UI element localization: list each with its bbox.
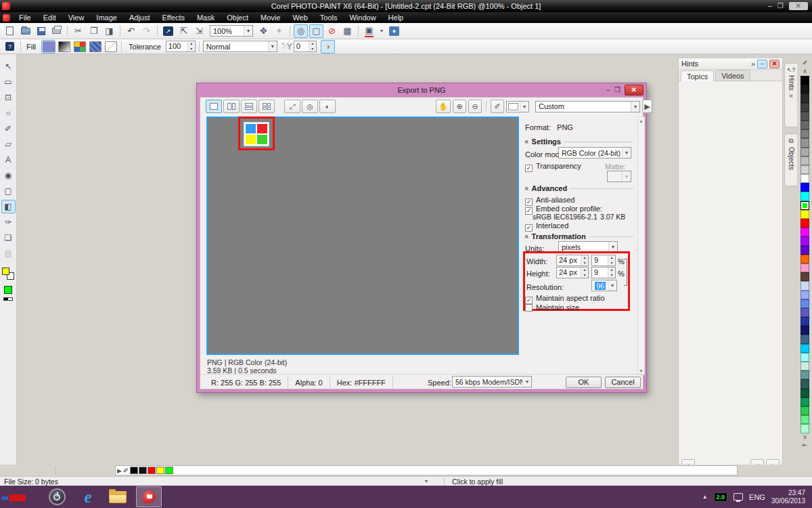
tray-language[interactable]: ENG [749,493,765,501]
menu-mask[interactable]: Mask [191,12,221,23]
eyedropper-tool-icon[interactable]: ✐ [1,122,16,135]
zoom-1-1-icon[interactable]: ◎ [302,100,318,113]
color-swatch[interactable] [800,362,809,371]
minimize-button[interactable]: – [768,3,772,9]
color-swatch[interactable] [800,165,809,174]
color-mode-combo[interactable]: RGB Color (24-bit) ▾ [558,147,631,158]
restore-button[interactable]: ❐ [777,3,784,9]
preset-combo[interactable]: Custom ▾ [535,101,640,112]
maintain-aspect-checkbox[interactable]: ✓Maintain aspect ratio [525,294,605,304]
menu-view[interactable]: View [62,12,91,23]
matte-eyedropper-icon[interactable]: ✐ [491,100,504,113]
color-swatch[interactable] [800,201,809,210]
two-horizontal-preview-icon[interactable] [241,100,257,113]
show-mask-marquee-icon[interactable]: ◎ [294,24,308,38]
transformation-section-header[interactable]: « Transformation [525,232,633,240]
color-swatch[interactable] [800,103,809,112]
color-swatch[interactable] [800,255,809,263]
color-swatch[interactable] [800,272,809,281]
color-swatch[interactable] [800,148,809,156]
merge-mode-combo[interactable]: Normal ▾ [203,41,277,52]
menu-web[interactable]: Web [286,12,313,23]
docker-close-icon[interactable]: ✕ [788,93,794,100]
transparency-checkbox[interactable]: ✓Transparency [525,162,581,172]
hints-menu-icon[interactable]: » [751,60,755,68]
fountain-fill-icon[interactable] [57,40,71,54]
color-swatch[interactable] [800,344,809,353]
pan-hand-icon[interactable]: ✋ [436,100,451,113]
hints-tab-videos[interactable]: Videos [715,70,750,81]
docpal-eyedropper-icon[interactable]: ✐ [123,467,129,474]
palette-scroll-down-icon[interactable]: ∨ [803,433,807,442]
width-spinner[interactable]: 24 px ▴▾ [556,255,589,266]
color-swatch[interactable] [800,326,809,335]
print-icon[interactable] [49,24,64,38]
color-swatch[interactable] [800,138,809,147]
menu-image[interactable]: Image [90,12,123,23]
export-icon[interactable]: ⇱ [177,24,191,38]
zoom-to-fit-icon[interactable]: ⤢ [284,100,300,113]
color-swatch[interactable] [800,121,809,129]
interlaced-checkbox[interactable]: ✓Interlaced [525,221,568,232]
color-swatch[interactable] [800,299,809,308]
copy-icon[interactable]: ❐ [87,24,101,38]
menu-help[interactable]: Help [382,12,410,23]
two-vertical-preview-icon[interactable] [223,100,240,113]
preset-options-button[interactable]: ▶ [642,100,652,113]
menu-window[interactable]: Window [343,12,382,23]
color-swatch[interactable] [800,228,809,236]
color-swatch[interactable] [800,406,809,415]
start-button[interactable] [49,488,66,505]
color-swatch[interactable] [800,371,809,379]
resolution-combo[interactable]: 96 ▾ [591,280,617,291]
taskbar-ie-icon[interactable]: e [75,486,101,507]
zoom-out-icon[interactable]: ⊖ [468,100,482,113]
navigator-icon[interactable]: ✥ [256,24,271,38]
image-slicing-tool-icon[interactable]: ▨ [1,247,16,260]
ok-button[interactable]: OK [566,377,602,388]
zoom-tool-icon[interactable]: ○ [1,106,16,120]
zoom-level-combo[interactable]: 100% ▾ [210,25,253,37]
red-eye-tool-icon[interactable]: ◉ [1,169,16,182]
object-transparency-tool-icon[interactable]: ❏ [1,231,16,245]
cancel-button[interactable]: Cancel [605,377,641,388]
color-swatch[interactable] [800,335,809,343]
tray-meter-icon[interactable]: 2.0 [714,492,728,502]
menu-effects[interactable]: Effects [156,12,191,23]
clear-mask-icon[interactable]: ⊘ [325,24,339,38]
settings-section-header[interactable]: « Settings [525,137,633,146]
launcher-dropdown-icon[interactable]: ▾ [378,24,386,38]
width-percent-spinner[interactable]: 9 ▴▾ [591,255,616,266]
document-palette-swatches[interactable] [130,467,173,474]
publish-icon[interactable]: ⇲ [192,24,206,38]
color-swatch[interactable] [800,291,809,299]
cut-icon[interactable]: ✂ [71,24,85,38]
undo-icon[interactable]: ↶ [124,24,138,38]
color-swatch[interactable] [800,112,809,121]
color-swatch[interactable] [800,85,809,93]
new-document-icon[interactable] [3,24,17,38]
color-swatch[interactable] [800,236,809,245]
palette-grip[interactable]: ⋮ [51,466,58,475]
show-object-marquee-icon[interactable]: ▢ [309,24,323,38]
zoom-in-icon[interactable]: ⊕ [453,100,466,113]
color-swatch[interactable] [800,219,809,228]
application-launcher-icon[interactable]: ▣ [362,24,376,38]
color-swatch[interactable] [800,424,809,433]
color-swatch[interactable] [800,210,809,219]
paint-tool-icon[interactable]: ✑ [1,215,16,229]
color-swatch[interactable] [800,281,809,290]
save-icon[interactable] [34,24,48,38]
fill-tool-icon[interactable]: ◧ [1,200,16,213]
dialog-close-button[interactable]: ✕ [625,85,644,96]
speed-combo[interactable]: 56 kbps Modem/ISDN ▾ [452,376,532,387]
sync-icon[interactable]: ✦ [272,24,286,38]
color-swatch[interactable] [800,353,809,362]
advanced-section-header[interactable]: « Advanced [525,184,633,192]
color-swatch[interactable] [156,467,164,474]
paste-icon[interactable]: ◨ [102,24,116,38]
palette-expand-icon[interactable]: ⇤ [803,442,808,450]
eraser-tool-icon[interactable]: ▱ [1,137,16,151]
dockable-icon[interactable]: ? [3,40,17,54]
color-swatch[interactable] [800,246,809,255]
